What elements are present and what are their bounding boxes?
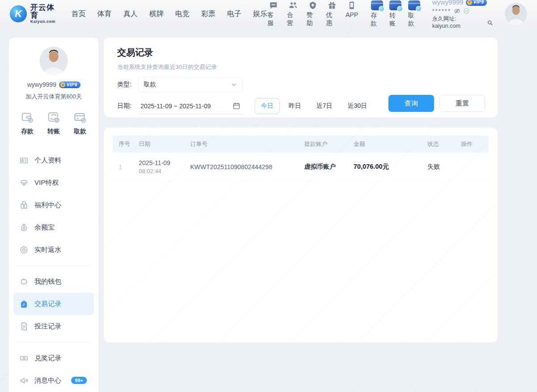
brand-name: 开云体育 — [30, 4, 63, 20]
type-select[interactable]: 取款 — [138, 77, 243, 92]
nav-item-esports[interactable]: 电竞 — [175, 9, 189, 19]
chat-icon — [269, 1, 278, 10]
deposit-card-icon — [371, 0, 383, 10]
partnership-button[interactable]: 合营 — [287, 1, 299, 27]
sidebar-item-yuebao[interactable]: 余额宝 — [13, 216, 94, 239]
range-yesterday-button[interactable]: 昨日 — [282, 98, 307, 114]
welfare-icon — [20, 201, 28, 209]
wallet-outline-icon — [21, 111, 34, 124]
transfer-card-icon — [389, 0, 401, 10]
nav-item-entertainment[interactable]: 娱乐 — [253, 9, 267, 19]
card-outline-icon — [73, 111, 87, 124]
customer-service-button[interactable]: 客服 — [267, 1, 280, 27]
quick-withdraw-label: 取款 — [74, 128, 86, 136]
table-header-row: 序号 日期 订单号 提款账户 金额 状态 操作 — [113, 136, 489, 153]
quick-withdraw-button[interactable]: 取款 — [73, 111, 87, 136]
avatar[interactable] — [505, 3, 527, 25]
username: wywy9999 — [27, 81, 56, 88]
quick-actions: 存款 转账 取款 — [9, 111, 98, 136]
vip-badge: V VIP9 — [466, 0, 487, 6]
avatar[interactable] — [39, 47, 68, 75]
nav-item-lottery[interactable]: 彩票 — [201, 9, 215, 19]
sidebar-item-label: VIP特权 — [34, 179, 59, 187]
type-select-value: 取款 — [144, 81, 156, 89]
withdraw-label: 取款 — [408, 12, 421, 28]
permanent-url-label: 永久网址: kaiyun.com — [432, 16, 486, 30]
quick-deposit-button[interactable]: 存款 — [21, 111, 34, 136]
range-30days-button[interactable]: 近30日 — [341, 98, 374, 114]
col-order-no: 订单号 — [190, 140, 304, 148]
balance-row: ****** — [432, 8, 493, 15]
type-filter-row: 类型: 取款 — [117, 77, 484, 92]
range-today-button[interactable]: 今日 — [255, 98, 280, 114]
nav-item-live[interactable]: 真人 — [123, 9, 137, 19]
user-name-row: wywy9999 V VIP9 — [432, 0, 493, 7]
nav-item-slots[interactable]: 电子 — [227, 9, 241, 19]
vip-icon — [20, 179, 28, 187]
query-button[interactable]: 查询 — [388, 95, 434, 112]
col-account: 提款账户 — [304, 140, 354, 148]
menu-divider — [16, 265, 91, 266]
sidebar-item-message-center[interactable]: 消息中心 99+ — [13, 369, 94, 392]
transfer-outline-icon — [47, 111, 60, 124]
nav-item-sports[interactable]: 体育 — [97, 9, 111, 19]
profile-name-row: wywy9999 V VIP9 — [27, 81, 80, 88]
partnership-label: 合营 — [287, 11, 299, 27]
date-range-picker[interactable]: 2025-11-09 ~ 2025-11-09 — [138, 98, 243, 114]
profile-section: wywy9999 V VIP9 加入开云体育第600天 — [9, 38, 98, 101]
chevron-circle-icon[interactable] — [463, 8, 470, 14]
quick-transfer-button[interactable]: 转账 — [47, 111, 60, 136]
sidebar-item-transactions[interactable]: 交易记录 — [13, 293, 94, 315]
brand-domain: Kaiyun.com — [30, 20, 63, 24]
sponsor-button[interactable]: 赞助 — [307, 1, 319, 27]
range-7days-button[interactable]: 近7日 — [310, 98, 339, 114]
sidebar-item-redeem-records[interactable]: 兑奖记录 — [13, 347, 94, 369]
vip-shield-icon: V — [60, 82, 65, 87]
vip-level: VIP9 — [67, 82, 77, 87]
partners-icon — [289, 1, 298, 10]
filter-buttons: 查询 重置 — [388, 95, 485, 112]
search-icon[interactable] — [487, 20, 493, 26]
withdraw-button[interactable]: 取款 — [408, 0, 421, 28]
sidebar-menu: 个人资料 VIP特权 福利中心 余额宝 实时返水 我的钱包 — [9, 149, 98, 392]
sidebar-item-wallet[interactable]: 我的钱包 — [13, 270, 94, 293]
transfer-button[interactable]: 转账 — [389, 0, 402, 28]
permanent-url-row: 永久网址: kaiyun.com — [432, 16, 493, 30]
promotions-button[interactable]: 优惠 — [326, 1, 339, 27]
deposit-label: 存款 — [371, 12, 383, 28]
sidebar-item-profile[interactable]: 个人资料 — [13, 149, 94, 171]
message-count-badge: 99+ — [71, 377, 87, 384]
nav-item-chess[interactable]: 棋牌 — [149, 9, 163, 19]
app-download-button[interactable]: APP — [345, 1, 358, 27]
vip-shield-icon: V — [467, 0, 472, 5]
brand-logo-icon: K — [10, 5, 27, 22]
sidebar-item-label: 兑奖记录 — [34, 354, 61, 362]
row-index: 1 — [113, 163, 139, 170]
reset-button[interactable]: 重置 — [439, 95, 485, 112]
quick-deposit-label: 存款 — [21, 128, 34, 136]
row-account: 虚拟币账户 — [304, 163, 354, 171]
row-status: 失败 — [427, 163, 461, 171]
deposit-button[interactable]: 存款 — [371, 0, 383, 28]
sidebar-item-vip[interactable]: VIP特权 — [13, 171, 94, 194]
masked-balance: ****** — [432, 8, 451, 15]
col-action: 操作 — [461, 140, 489, 148]
sidebar-item-rebate[interactable]: 实时返水 — [13, 239, 94, 261]
sidebar-item-label: 福利中心 — [34, 201, 61, 209]
col-date: 日期 — [139, 140, 190, 148]
eye-off-icon[interactable] — [454, 8, 460, 14]
customer-service-label: 客服 — [267, 11, 280, 27]
row-datetime: 2025-11-09 08:02:44 — [139, 159, 190, 175]
user-info-block: wywy9999 V VIP9 ****** 永久网址: kaiyun.com — [432, 0, 493, 30]
top-right-cluster: 客服 合营 赞助 优惠 APP — [267, 0, 527, 30]
sidebar-item-label: 交易记录 — [34, 300, 61, 308]
sidebar-item-betting-records[interactable]: 投注记录 — [13, 315, 94, 337]
col-amount: 金额 — [354, 140, 427, 148]
sponsor-label: 赞助 — [307, 11, 319, 27]
brand-logo[interactable]: K 开云体育 Kaiyun.com — [10, 4, 62, 24]
vip-badge: V VIP9 — [59, 81, 81, 88]
sidebar-item-welfare[interactable]: 福利中心 — [13, 194, 94, 216]
sidebar-item-label: 消息中心 — [34, 376, 61, 385]
nav-item-home[interactable]: 首页 — [71, 9, 85, 19]
quick-range-group: 今日 昨日 近7日 近30日 — [255, 98, 373, 114]
